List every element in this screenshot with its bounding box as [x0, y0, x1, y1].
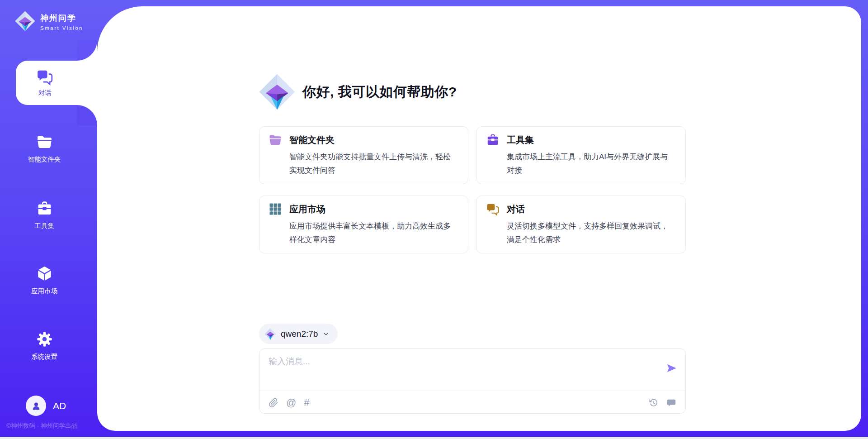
- main-content: 你好, 我可以如何帮助你? 智能文件夹 智能文件夹功能支持批量文件上传与清洗，轻…: [259, 6, 686, 414]
- chat-bubbles-icon: [486, 202, 500, 216]
- tab-fillet-bottom: [77, 105, 97, 125]
- sidebar-item-label: 工具集: [34, 222, 54, 230]
- model-name: qwen2:7b: [281, 329, 318, 339]
- message-input[interactable]: [259, 349, 657, 389]
- card-description: 集成市场上主流工具，助力AI与外界无缝扩展与对接: [507, 150, 675, 177]
- sidebar-item-label: 系统设置: [31, 353, 57, 361]
- card-description: 智能文件夹功能支持批量文件上传与清洗，轻松实现文件问答: [289, 150, 457, 177]
- message-composer: @ #: [259, 348, 686, 414]
- card-header: 智能文件夹: [269, 133, 457, 147]
- main-panel: 你好, 我可以如何帮助你? 智能文件夹 智能文件夹功能支持批量文件上传与清洗，轻…: [97, 6, 861, 431]
- card-title: 应用市场: [289, 202, 326, 216]
- sidebar-item-label: 对话: [38, 89, 52, 97]
- card-header: 工具集: [486, 133, 675, 147]
- card-header: 应用市场: [269, 202, 457, 216]
- send-plane-icon: [665, 362, 678, 374]
- brand-diamond-icon: [15, 11, 35, 31]
- person-icon: [30, 400, 42, 412]
- app-window: 神州问学 Smart Vision 对话 智能文件夹 工具集 应用市场 系统设置: [0, 0, 868, 439]
- user-account[interactable]: AD: [26, 396, 66, 416]
- diamond-gem-icon: [259, 74, 295, 110]
- brand-text: 神州问学 Smart Vision: [40, 11, 83, 31]
- model-selector[interactable]: qwen2:7b: [259, 324, 338, 344]
- history-button[interactable]: [649, 398, 659, 408]
- card-title: 对话: [507, 202, 525, 216]
- card-title: 工具集: [507, 133, 534, 147]
- card-chat[interactable]: 对话 灵活切换多模型文件，支持多样回复效果调试，满足个性化需求: [476, 196, 686, 253]
- composer-toolbar: @ #: [259, 391, 685, 414]
- user-name: AD: [53, 401, 66, 411]
- chat-bubbles-icon: [36, 68, 53, 86]
- toolbox-icon: [36, 200, 53, 217]
- cube-icon: [36, 265, 53, 282]
- attach-button[interactable]: [269, 398, 278, 408]
- card-app-market[interactable]: 应用市场 应用市场提供丰富长文本模板，助力高效生成多样化文章内容: [259, 196, 468, 253]
- greeting: 你好, 我可以如何帮助你?: [259, 74, 686, 110]
- comment-button[interactable]: [666, 398, 676, 408]
- chevron-down-icon: [322, 330, 330, 338]
- card-description: 灵活切换多模型文件，支持多样回复效果调试，满足个性化需求: [507, 220, 675, 247]
- sidebar-item-label: 应用市场: [31, 287, 57, 296]
- brand: 神州问学 Smart Vision: [15, 11, 83, 31]
- gear-icon: [36, 331, 53, 348]
- mention-button[interactable]: @: [286, 398, 296, 408]
- sidebar-item-chat[interactable]: 对话: [16, 61, 97, 105]
- comment-filled-icon: [666, 398, 676, 408]
- greeting-title: 你好, 我可以如何帮助你?: [302, 83, 457, 101]
- toolbox-icon: [486, 133, 500, 147]
- brand-subtitle: Smart Vision: [40, 25, 83, 31]
- card-description: 应用市场提供丰富长文本模板，助力高效生成多样化文章内容: [289, 220, 457, 247]
- sidebar-item-toolset[interactable]: 工具集: [0, 200, 89, 230]
- grid-icon: [269, 202, 282, 216]
- sidebar-item-app-market[interactable]: 应用市场: [0, 265, 89, 296]
- sidebar-item-smart-folder[interactable]: 智能文件夹: [0, 134, 89, 164]
- card-toolset[interactable]: 工具集 集成市场上主流工具，助力AI与外界无缝扩展与对接: [476, 126, 686, 184]
- sidebar: 神州问学 Smart Vision 对话 智能文件夹 工具集 应用市场 系统设置: [0, 0, 97, 439]
- folder-icon: [269, 133, 282, 147]
- tab-fillet-top: [77, 40, 97, 61]
- card-title: 智能文件夹: [289, 133, 335, 147]
- card-smart-folder[interactable]: 智能文件夹 智能文件夹功能支持批量文件上传与清洗，轻松实现文件问答: [259, 126, 468, 184]
- window-bottom-edge: [0, 437, 868, 439]
- hash-button[interactable]: #: [304, 398, 309, 408]
- sidebar-item-label: 智能文件夹: [28, 155, 61, 164]
- brand-name: 神州问学: [40, 14, 83, 22]
- avatar: [26, 396, 46, 416]
- send-button[interactable]: [665, 362, 678, 374]
- folder-icon: [36, 134, 53, 150]
- card-header: 对话: [486, 202, 675, 216]
- shortcut-cards: 智能文件夹 智能文件夹功能支持批量文件上传与清洗，轻松实现文件问答 工具集 集成…: [259, 126, 686, 253]
- history-clock-icon: [649, 398, 659, 408]
- paperclip-icon: [269, 398, 278, 408]
- copyright-footer: ©神州数码 · 神州问学出品: [6, 422, 77, 430]
- diamond-gem-icon: [264, 328, 276, 340]
- sidebar-item-settings[interactable]: 系统设置: [0, 331, 89, 361]
